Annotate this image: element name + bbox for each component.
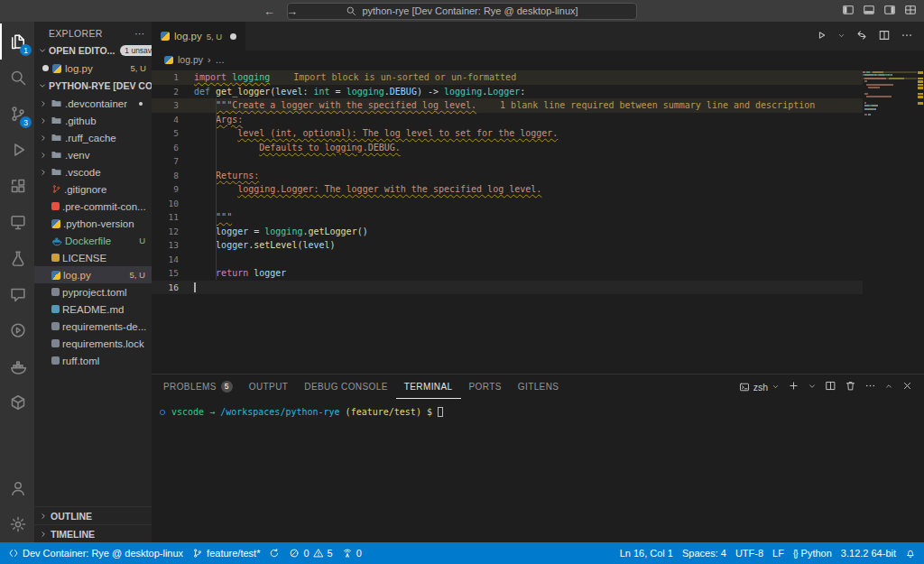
code-line-2[interactable]: 2def get_logger(level: int = logging.DEB… — [152, 85, 863, 99]
panel-tab-debug-console[interactable]: DEBUG CONSOLE — [296, 374, 395, 399]
code-line-3[interactable]: 3 """Create a logger with the specified … — [152, 98, 863, 113]
code-line-16[interactable]: 16 — [152, 281, 863, 295]
status-eol[interactable]: LF — [768, 542, 789, 564]
layout-sidebar-right-button[interactable] — [883, 4, 896, 19]
activitybar-github-actions[interactable] — [0, 312, 34, 348]
kill-terminal-button[interactable] — [845, 380, 856, 394]
panel-tab-problems[interactable]: PROBLEMS5 — [155, 374, 241, 399]
command-center[interactable]: python-rye [Dev Container: Rye @ desktop… — [287, 3, 637, 20]
tree-item-.vscode[interactable]: .vscode — [34, 163, 152, 180]
code-line-7[interactable]: 7 — [152, 154, 863, 169]
tree-item-.pre-commit-con...[interactable]: .pre-commit-con... — [34, 198, 152, 215]
tree-item-.devcontainer[interactable]: .devcontainer — [34, 95, 152, 112]
launch-profile-button[interactable] — [808, 381, 817, 393]
activitybar-testing[interactable] — [0, 240, 34, 276]
breadcrumb[interactable]: log.py › … — [152, 51, 924, 69]
activitybar-run-and-debug[interactable] — [0, 132, 34, 168]
tree-item-requirements.lock[interactable]: requirements.lock — [34, 335, 152, 352]
tree-item-ruff.toml[interactable]: ruff.toml — [34, 352, 152, 369]
terminal-shell-picker[interactable]: zsh — [739, 382, 780, 393]
activitybar-remote-explorer[interactable] — [0, 204, 34, 240]
open-changes-button[interactable] — [855, 29, 868, 44]
code-line-11[interactable]: 11 """ — [152, 210, 863, 225]
panel-tab-terminal[interactable]: TERMINAL — [396, 374, 461, 399]
sidebar-header: EXPLORER ⋯ — [34, 22, 152, 42]
chevron-down-button[interactable] — [837, 30, 845, 42]
tree-item-.venv[interactable]: .venv — [34, 146, 152, 163]
tab-logpy[interactable]: log.py 5, U — [152, 22, 245, 51]
tree-item-.ruff_cache[interactable]: .ruff_cache — [34, 129, 152, 146]
activitybar-explorer[interactable]: 1 — [0, 23, 34, 60]
sync-button[interactable] — [264, 542, 284, 564]
panel-tab-output[interactable]: OUTPUT — [241, 374, 297, 399]
code-line-8[interactable]: 8 Returns: — [152, 169, 863, 183]
tree-item-LICENSE[interactable]: LICENSE — [34, 249, 152, 266]
code-line-5[interactable]: 5 level (int, optional): The log level t… — [152, 126, 863, 141]
panel-tab-gitlens[interactable]: GITLENS — [510, 374, 568, 399]
more-actions-icon[interactable]: ⋯ — [134, 28, 144, 39]
code-line-4[interactable]: 4 Args: — [152, 113, 863, 127]
more-button[interactable] — [901, 29, 913, 44]
status-interpreter[interactable]: 3.12.2 64-bit — [836, 542, 901, 564]
panel-more-actions-button[interactable] — [864, 380, 876, 394]
code-line-10[interactable]: 10 — [152, 197, 863, 211]
open-editor-item[interactable]: log.py 5, U — [34, 60, 152, 77]
panel-tab-ports[interactable]: PORTS — [461, 374, 510, 399]
status-indentation[interactable]: Spaces: 4 — [678, 542, 731, 564]
layout-sidebar-left-button[interactable] — [842, 4, 855, 19]
tree-item-.python-version[interactable]: .python-version — [34, 215, 152, 232]
tree-item-.gitignore[interactable]: .gitignore — [34, 180, 152, 198]
activitybar-docker[interactable] — [0, 348, 34, 384]
remote-indicator[interactable]: Dev Container: Rye @ desktop-linux — [4, 542, 188, 564]
run-button[interactable] — [815, 29, 827, 44]
tree-item-.github[interactable]: .github — [34, 112, 152, 129]
problems-indicator[interactable]: 0 5 — [284, 542, 337, 564]
new-terminal-button[interactable] — [788, 380, 799, 394]
code-line-15[interactable]: 15 return logger — [152, 266, 863, 281]
tree-item-README.md[interactable]: README.md — [34, 300, 152, 318]
status-cursor-position[interactable]: Ln 16, Col 1 — [615, 542, 678, 564]
workspace-header[interactable]: PYTHON-RYE [DEV CON... — [34, 77, 152, 95]
ports-indicator[interactable]: 0 — [337, 542, 366, 564]
split-terminal-button[interactable] — [825, 380, 836, 394]
back-button[interactable]: ← — [263, 5, 275, 18]
breadcrumb-more[interactable]: … — [216, 54, 226, 65]
activitybar-extensions[interactable] — [0, 168, 34, 204]
tree-item-log.py[interactable]: log.py5, U — [34, 266, 152, 283]
section-timeline[interactable]: TIMELINE — [34, 524, 152, 542]
activitybar-accounts[interactable] — [0, 470, 34, 506]
notifications-button[interactable] — [901, 542, 920, 564]
modified-dot-icon[interactable] — [230, 33, 236, 40]
activitybar-source-control[interactable]: 3 — [0, 96, 34, 132]
forward-button[interactable]: → — [286, 5, 298, 18]
activitybar-containers[interactable] — [0, 384, 34, 421]
customize-layout-button[interactable] — [904, 4, 917, 19]
layout-panel-button[interactable] — [863, 4, 875, 19]
tree-item-Dockerfile[interactable]: DockerfileU — [34, 232, 152, 249]
breadcrumb-file[interactable]: log.py — [178, 54, 203, 65]
close-panel-button[interactable] — [901, 380, 913, 394]
maximize-panel-button[interactable] — [884, 381, 893, 393]
line-number: 11 — [152, 210, 179, 225]
code-line-12[interactable]: 12 logger = logging.getLogger() — [152, 225, 863, 239]
git-branch-indicator[interactable]: feature/test* — [188, 542, 264, 564]
code-line-14[interactable]: 14 — [152, 253, 863, 267]
code-line-1[interactable]: 1import loggingImport block is un-sorted… — [152, 70, 863, 85]
terminal[interactable]: vscode → /workspaces/python-rye (feature… — [152, 399, 924, 542]
open-editors-header[interactable]: OPEN EDITO... 1 unsaved — [34, 42, 152, 60]
status-language[interactable]: {}Python — [789, 542, 836, 564]
activitybar-settings[interactable] — [0, 506, 34, 542]
activitybar-comments[interactable] — [0, 276, 34, 312]
split-editor-button[interactable] — [878, 29, 891, 44]
section-outline[interactable]: OUTLINE — [34, 506, 152, 524]
code-editor[interactable]: 1import loggingImport block is un-sorted… — [152, 69, 924, 374]
minimap[interactable] — [863, 71, 917, 374]
tree-item-pyproject.toml[interactable]: pyproject.toml — [34, 283, 152, 300]
code-line-13[interactable]: 13 logger.setLevel(level) — [152, 238, 863, 253]
status-encoding[interactable]: UTF-8 — [731, 542, 768, 564]
code-line-9[interactable]: 9 logging.Logger: The logger with the sp… — [152, 182, 863, 197]
workspace-label: PYTHON-RYE [DEV CON... — [49, 80, 152, 91]
tree-item-requirements-de...[interactable]: requirements-de... — [34, 318, 152, 335]
code-line-6[interactable]: 6 Defaults to logging.DEBUG. — [152, 141, 863, 155]
activitybar-search[interactable] — [0, 60, 34, 96]
